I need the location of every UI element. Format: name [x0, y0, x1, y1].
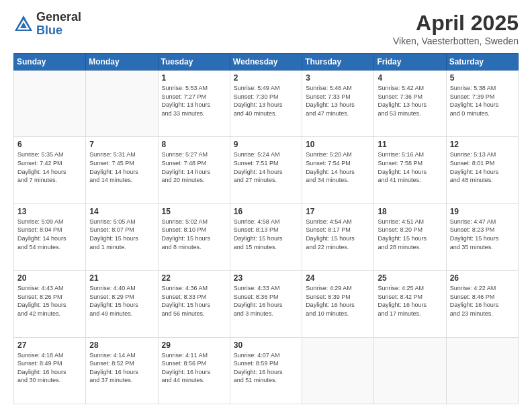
- calendar-day-cell: 8Sunrise: 5:27 AM Sunset: 7:48 PM Daylig…: [158, 137, 230, 203]
- day-info: Sunrise: 4:47 AM Sunset: 8:23 PM Dayligh…: [450, 218, 515, 251]
- day-number: 23: [234, 273, 298, 283]
- calendar-day-cell: 1Sunrise: 5:53 AM Sunset: 7:27 PM Daylig…: [158, 71, 230, 137]
- calendar-day-cell: 10Sunrise: 5:20 AM Sunset: 7:54 PM Dayli…: [302, 137, 374, 203]
- day-info: Sunrise: 5:13 AM Sunset: 8:01 PM Dayligh…: [450, 150, 515, 184]
- day-number: 28: [89, 340, 154, 350]
- calendar-day-cell: 30Sunrise: 4:07 AM Sunset: 8:59 PM Dayli…: [230, 337, 302, 404]
- day-number: 21: [89, 273, 154, 283]
- day-info: Sunrise: 4:51 AM Sunset: 8:20 PM Dayligh…: [378, 218, 442, 251]
- calendar-table: Sunday Monday Tuesday Wednesday Thursday…: [13, 53, 519, 404]
- calendar-day-cell: 15Sunrise: 5:02 AM Sunset: 8:10 PM Dayli…: [158, 203, 230, 270]
- col-tuesday: Tuesday: [158, 54, 230, 71]
- logo-blue-text: Blue: [36, 24, 81, 38]
- day-info: Sunrise: 4:14 AM Sunset: 8:52 PM Dayligh…: [89, 351, 154, 385]
- calendar-day-cell: 6Sunrise: 5:35 AM Sunset: 7:42 PM Daylig…: [14, 137, 86, 203]
- day-info: Sunrise: 4:22 AM Sunset: 8:46 PM Dayligh…: [450, 284, 515, 318]
- calendar-day-cell: 27Sunrise: 4:18 AM Sunset: 8:49 PM Dayli…: [14, 337, 86, 404]
- col-friday: Friday: [374, 54, 446, 71]
- day-info: Sunrise: 5:09 AM Sunset: 8:04 PM Dayligh…: [17, 218, 82, 251]
- day-number: 18: [378, 207, 442, 216]
- day-number: 17: [306, 207, 370, 216]
- day-info: Sunrise: 5:38 AM Sunset: 7:39 PM Dayligh…: [450, 84, 515, 118]
- day-info: Sunrise: 5:42 AM Sunset: 7:36 PM Dayligh…: [378, 84, 442, 118]
- day-info: Sunrise: 5:16 AM Sunset: 7:58 PM Dayligh…: [378, 150, 442, 184]
- calendar-day-cell: 18Sunrise: 4:51 AM Sunset: 8:20 PM Dayli…: [374, 203, 446, 270]
- calendar-day-cell: 4Sunrise: 5:42 AM Sunset: 7:36 PM Daylig…: [374, 71, 446, 137]
- calendar-day-cell: 20Sunrise: 4:43 AM Sunset: 8:26 PM Dayli…: [14, 271, 86, 337]
- day-number: 19: [450, 207, 515, 216]
- day-info: Sunrise: 4:29 AM Sunset: 8:39 PM Dayligh…: [306, 284, 370, 318]
- calendar-day-cell: [374, 337, 446, 404]
- calendar-day-cell: 17Sunrise: 4:54 AM Sunset: 8:17 PM Dayli…: [302, 203, 374, 270]
- calendar-day-cell: 7Sunrise: 5:31 AM Sunset: 7:45 PM Daylig…: [86, 137, 158, 203]
- day-info: Sunrise: 4:07 AM Sunset: 8:59 PM Dayligh…: [234, 351, 298, 385]
- calendar-day-cell: [14, 71, 86, 137]
- day-number: 15: [162, 207, 226, 216]
- day-info: Sunrise: 4:33 AM Sunset: 8:36 PM Dayligh…: [234, 284, 298, 318]
- day-number: 22: [162, 273, 226, 283]
- title-block: April 2025 Viken, Vaesterbotten, Sweden: [393, 11, 519, 46]
- calendar-day-cell: 11Sunrise: 5:16 AM Sunset: 7:58 PM Dayli…: [374, 137, 446, 203]
- calendar-day-cell: 22Sunrise: 4:36 AM Sunset: 8:33 PM Dayli…: [158, 271, 230, 337]
- day-number: 29: [162, 340, 226, 350]
- col-saturday: Saturday: [446, 54, 518, 71]
- day-info: Sunrise: 5:53 AM Sunset: 7:27 PM Dayligh…: [162, 84, 226, 118]
- calendar-day-cell: 23Sunrise: 4:33 AM Sunset: 8:36 PM Dayli…: [230, 271, 302, 337]
- calendar-day-cell: [446, 337, 518, 404]
- calendar-day-cell: 25Sunrise: 4:25 AM Sunset: 8:42 PM Dayli…: [374, 271, 446, 337]
- day-number: 8: [162, 140, 226, 149]
- day-number: 24: [306, 273, 370, 283]
- calendar-week-row: 20Sunrise: 4:43 AM Sunset: 8:26 PM Dayli…: [14, 271, 519, 337]
- day-number: 2: [234, 73, 298, 83]
- day-number: 27: [17, 340, 82, 350]
- calendar-day-cell: 13Sunrise: 5:09 AM Sunset: 8:04 PM Dayli…: [14, 203, 86, 270]
- calendar-week-row: 27Sunrise: 4:18 AM Sunset: 8:49 PM Dayli…: [14, 337, 519, 404]
- day-info: Sunrise: 5:31 AM Sunset: 7:45 PM Dayligh…: [89, 150, 154, 184]
- logo-text: General Blue: [36, 11, 81, 38]
- day-info: Sunrise: 5:49 AM Sunset: 7:30 PM Dayligh…: [234, 84, 298, 118]
- calendar-day-cell: 12Sunrise: 5:13 AM Sunset: 8:01 PM Dayli…: [446, 137, 518, 203]
- col-monday: Monday: [86, 54, 158, 71]
- calendar-day-cell: 16Sunrise: 4:58 AM Sunset: 8:13 PM Dayli…: [230, 203, 302, 270]
- calendar-day-cell: 28Sunrise: 4:14 AM Sunset: 8:52 PM Dayli…: [86, 337, 158, 404]
- day-info: Sunrise: 5:27 AM Sunset: 7:48 PM Dayligh…: [162, 150, 226, 184]
- logo-icon: [13, 14, 34, 34]
- day-number: 10: [306, 140, 370, 149]
- day-number: 14: [89, 207, 154, 216]
- calendar-day-cell: 29Sunrise: 4:11 AM Sunset: 8:56 PM Dayli…: [158, 337, 230, 404]
- day-info: Sunrise: 4:43 AM Sunset: 8:26 PM Dayligh…: [17, 284, 82, 318]
- day-info: Sunrise: 5:24 AM Sunset: 7:51 PM Dayligh…: [234, 150, 298, 184]
- day-number: 1: [162, 73, 226, 83]
- day-info: Sunrise: 4:54 AM Sunset: 8:17 PM Dayligh…: [306, 218, 370, 251]
- col-sunday: Sunday: [14, 54, 86, 71]
- calendar-week-row: 13Sunrise: 5:09 AM Sunset: 8:04 PM Dayli…: [14, 203, 519, 270]
- day-info: Sunrise: 4:11 AM Sunset: 8:56 PM Dayligh…: [162, 351, 226, 385]
- header: General Blue April 2025 Viken, Vaesterbo…: [13, 11, 519, 46]
- day-info: Sunrise: 5:20 AM Sunset: 7:54 PM Dayligh…: [306, 150, 370, 184]
- day-number: 11: [378, 140, 442, 149]
- col-thursday: Thursday: [302, 54, 374, 71]
- calendar-day-cell: 21Sunrise: 4:40 AM Sunset: 8:29 PM Dayli…: [86, 271, 158, 337]
- calendar-day-cell: 26Sunrise: 4:22 AM Sunset: 8:46 PM Dayli…: [446, 271, 518, 337]
- day-number: 7: [89, 140, 154, 149]
- calendar-day-cell: 3Sunrise: 5:46 AM Sunset: 7:33 PM Daylig…: [302, 71, 374, 137]
- day-number: 30: [234, 340, 298, 350]
- day-number: 20: [17, 273, 82, 283]
- title-location: Viken, Vaesterbotten, Sweden: [393, 36, 519, 46]
- calendar-day-cell: 5Sunrise: 5:38 AM Sunset: 7:39 PM Daylig…: [446, 71, 518, 137]
- day-number: 9: [234, 140, 298, 149]
- day-number: 16: [234, 207, 298, 216]
- day-info: Sunrise: 5:05 AM Sunset: 8:07 PM Dayligh…: [89, 218, 154, 251]
- calendar-day-cell: [86, 71, 158, 137]
- calendar-day-cell: 19Sunrise: 4:47 AM Sunset: 8:23 PM Dayli…: [446, 203, 518, 270]
- calendar-day-cell: 9Sunrise: 5:24 AM Sunset: 7:51 PM Daylig…: [230, 137, 302, 203]
- day-info: Sunrise: 4:58 AM Sunset: 8:13 PM Dayligh…: [234, 218, 298, 251]
- day-number: 3: [306, 73, 370, 83]
- day-info: Sunrise: 5:02 AM Sunset: 8:10 PM Dayligh…: [162, 218, 226, 251]
- day-number: 6: [17, 140, 82, 149]
- day-number: 25: [378, 273, 442, 283]
- day-number: 4: [378, 73, 442, 83]
- day-info: Sunrise: 4:18 AM Sunset: 8:49 PM Dayligh…: [17, 351, 82, 385]
- day-info: Sunrise: 4:25 AM Sunset: 8:42 PM Dayligh…: [378, 284, 442, 318]
- title-month: April 2025: [393, 11, 519, 36]
